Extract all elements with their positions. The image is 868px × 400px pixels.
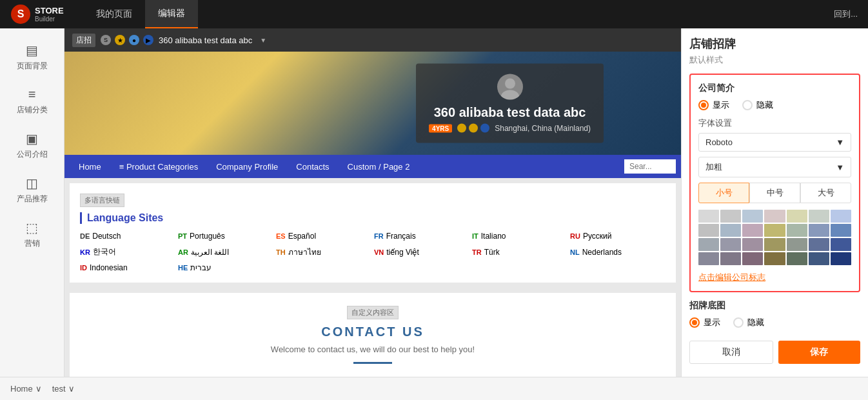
color-cell-27[interactable] <box>831 252 851 265</box>
color-cell-11[interactable] <box>764 224 785 237</box>
nav-contacts[interactable]: Contacts <box>287 155 338 178</box>
bottom-home[interactable]: Home ∨ <box>10 384 42 394</box>
lang-ru[interactable]: RUРусский <box>570 232 666 241</box>
sidebar-item-page-bg[interactable]: ▤ 页面背景 <box>0 35 64 79</box>
nav-custom-page2[interactable]: Custom / Page 2 <box>339 155 419 178</box>
color-grid <box>698 210 851 265</box>
toolbar-icons: S ★ ● ▶ <box>101 35 153 45</box>
svg-point-3 <box>501 90 519 100</box>
sidebar-item-product-recommend[interactable]: ◫ 产品推荐 <box>0 168 64 212</box>
nav-back[interactable]: 回到... <box>834 8 858 20</box>
color-cell-10[interactable] <box>742 224 763 237</box>
svg-text:S: S <box>17 8 25 19</box>
lang-he[interactable]: HEעברית <box>178 263 273 272</box>
nav-my-page[interactable]: 我的页面 <box>83 0 145 28</box>
banner-avatar <box>497 74 523 100</box>
badge-blue2-icon: ▶ <box>143 35 153 45</box>
lang-pt[interactable]: PTPortuguês <box>178 232 273 241</box>
size-medium-btn[interactable]: 中号 <box>749 183 800 203</box>
color-cell-7[interactable] <box>831 210 851 223</box>
color-cell-12[interactable] <box>787 224 807 237</box>
radio-hide[interactable]: 隐藏 <box>742 99 773 111</box>
lang-it[interactable]: ITItaliano <box>472 232 567 241</box>
sidebar-item-store-category[interactable]: ≡ 店铺分类 <box>0 79 64 123</box>
color-cell-19[interactable] <box>809 238 829 251</box>
custom-section-label: 自定义内容区 <box>347 306 399 319</box>
font-weight-select[interactable]: 加粗 ▼ <box>698 157 851 177</box>
color-cell-6[interactable] <box>809 210 829 223</box>
color-cell-17[interactable] <box>764 238 785 251</box>
sidebar-item-marketing[interactable]: ⬚ 营销 <box>0 212 64 257</box>
color-cell-16[interactable] <box>742 238 763 251</box>
radio-hide-dot <box>742 100 753 110</box>
size-buttons: 小号 中号 大号 <box>698 183 851 203</box>
store-toolbar: 店招 S ★ ● ▶ 360 alibaba test data abc ▼ <box>64 28 681 52</box>
bottom-test[interactable]: test ∨ <box>52 384 75 394</box>
company-icon: ▣ <box>26 131 38 146</box>
size-large-btn[interactable]: 大号 <box>800 183 851 203</box>
category-icon: ≡ <box>28 87 36 102</box>
lang-ar[interactable]: ARاللغة العربية <box>178 246 273 258</box>
meta-icon-3 <box>480 124 489 133</box>
color-cell-4[interactable] <box>764 210 785 223</box>
color-cell-22[interactable] <box>720 252 741 265</box>
color-cell-24[interactable] <box>764 252 785 265</box>
logo-text: STORE Builder <box>35 6 64 23</box>
sidebar-item-company-intro[interactable]: ▣ 公司介绍 <box>0 123 64 168</box>
bottom-section-title: 招牌底图 <box>689 300 860 312</box>
meta-icon-1 <box>457 124 466 133</box>
lang-de[interactable]: DEDeutsch <box>80 232 175 241</box>
edit-company-logo-link[interactable]: 点击编辑公司标志 <box>698 272 851 283</box>
lang-vn[interactable]: VNtiếng Việt <box>374 246 469 258</box>
bottom-radio-hide[interactable]: 隐藏 <box>733 317 764 328</box>
color-cell-20[interactable] <box>831 238 851 251</box>
lang-es[interactable]: ESEspañol <box>276 232 371 241</box>
panel-subtitle: 默认样式 <box>689 54 860 66</box>
nav-company-profile[interactable]: Company Profile <box>207 155 287 178</box>
lang-th[interactable]: THภาษาไทย <box>276 246 371 258</box>
color-cell-25[interactable] <box>787 252 807 265</box>
save-button[interactable]: 保存 <box>778 341 861 364</box>
color-cell-9[interactable] <box>720 224 741 237</box>
page-bg-icon: ▤ <box>26 43 38 58</box>
store-dropdown-arrow[interactable]: ▼ <box>260 37 266 44</box>
radio-show-dot <box>698 100 709 110</box>
color-cell-26[interactable] <box>809 252 829 265</box>
contact-title: CONTACT US <box>83 325 663 339</box>
bottom-bar: Home ∨ test ∨ <box>0 377 868 400</box>
size-small-btn[interactable]: 小号 <box>698 183 749 203</box>
lang-nl[interactable]: NLNederlands <box>570 246 666 258</box>
chevron-down-icon-bottom: ∨ <box>35 384 42 394</box>
store-nav-search[interactable] <box>624 159 676 174</box>
nav-product-categories[interactable]: ≡ Product Categories <box>110 155 207 178</box>
color-cell-14[interactable] <box>698 238 719 251</box>
lang-kr[interactable]: KR한국어 <box>80 246 175 258</box>
bottom-show-hide-radio: 显示 隐藏 <box>689 317 860 328</box>
color-cell-21[interactable] <box>698 252 719 265</box>
nav-home[interactable]: Home <box>70 155 110 178</box>
color-cell-18[interactable] <box>787 238 807 251</box>
font-family-select[interactable]: Roboto ▼ <box>698 133 851 152</box>
banner-overlay: 360 alibaba test data abc 4YRS Shanghai,… <box>416 64 604 143</box>
radio-show[interactable]: 显示 <box>698 99 729 111</box>
color-cell-23[interactable] <box>742 252 763 265</box>
lang-tr[interactable]: TRTürk <box>472 246 567 258</box>
custom-section: 自定义内容区 CONTACT US Welcome to contact us,… <box>70 293 676 377</box>
color-cell-1[interactable] <box>698 210 719 223</box>
lang-fr[interactable]: FRFrançais <box>374 232 469 241</box>
nav-editor[interactable]: 编辑器 <box>145 0 198 28</box>
color-cell-5[interactable] <box>787 210 807 223</box>
color-cell-15[interactable] <box>720 238 741 251</box>
cancel-button[interactable]: 取消 <box>689 341 773 364</box>
svg-point-2 <box>505 79 515 89</box>
custom-section-wrapper: 自定义内容区 CONTACT US Welcome to contact us,… <box>64 293 681 377</box>
color-cell-13[interactable] <box>809 224 829 237</box>
badge-4yrs: 4YRS <box>429 124 452 132</box>
lang-id[interactable]: IDIndonesian <box>80 263 175 272</box>
color-cell-extra[interactable] <box>831 224 851 237</box>
color-cell-3[interactable] <box>742 210 763 223</box>
language-section-label: 多语言快链 <box>80 194 124 207</box>
color-cell-8[interactable] <box>698 224 719 237</box>
bottom-radio-show[interactable]: 显示 <box>689 317 720 328</box>
color-cell-2[interactable] <box>720 210 741 223</box>
